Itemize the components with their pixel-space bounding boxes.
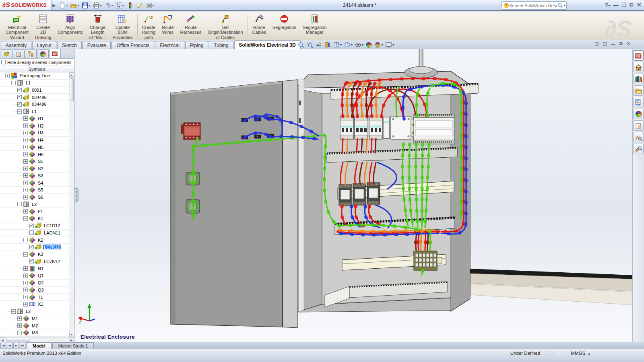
tree-item-0001[interactable]: 0001 (0, 87, 69, 94)
help-button[interactable]: ?▾ (605, 2, 610, 8)
tree-item-t1[interactable]: +T1 (0, 294, 69, 301)
tree-checkbox[interactable] (29, 224, 34, 228)
tab-motion-study[interactable]: Motion Study 1 (52, 342, 94, 349)
tree-item-n1[interactable]: +N1 (0, 265, 69, 272)
door-relay-red[interactable] (181, 123, 200, 140)
tree-item-k2[interactable]: −K2 (0, 237, 69, 244)
tab-sketch[interactable]: Sketch (57, 41, 82, 49)
help-search-box[interactable]: ? ▾ (502, 1, 567, 10)
expand-icon[interactable]: + (23, 181, 28, 185)
collapse-icon[interactable]: − (23, 238, 28, 242)
viewport-cascade-icon[interactable]: ⧉ (619, 41, 623, 46)
expand-icon[interactable]: + (23, 145, 28, 149)
expand-icon[interactable]: + (23, 188, 28, 192)
dropdown-icon[interactable]: ▾ (362, 43, 363, 47)
expand-icon[interactable]: + (23, 274, 28, 278)
view-palette[interactable] (633, 97, 644, 107)
tree-item-s4[interactable]: +S4 (0, 179, 69, 187)
ribbon-button-segregation-manager[interactable]: SegregationManager (299, 12, 330, 40)
last-sheet-icon[interactable]: ▶| (20, 343, 25, 348)
expand-icon[interactable]: + (23, 116, 28, 121)
save-button[interactable]: ▾ (81, 1, 91, 10)
undo-button[interactable]: ▾ (103, 1, 114, 10)
tree-horizontal-scrollbar[interactable]: ◀ ▶ (0, 337, 74, 342)
dropdown-icon[interactable]: ▾ (382, 43, 383, 47)
panel-tab-fmtree[interactable] (1, 49, 12, 58)
dropdown-icon[interactable]: ▾ (77, 4, 79, 7)
expand-icon[interactable]: + (23, 138, 28, 142)
contactors[interactable] (339, 183, 380, 206)
tree-item-h1[interactable]: +H1 (0, 115, 69, 123)
tab-layout[interactable]: Layout (32, 41, 56, 49)
tab-evaluate[interactable]: Evaluate (83, 41, 111, 49)
tree-item-packaging-line[interactable]: +Packaging Line (0, 72, 69, 80)
expand-icon[interactable]: + (23, 173, 28, 178)
scroll-up-icon[interactable]: ▲ (69, 72, 74, 78)
tree-checkbox[interactable] (29, 245, 34, 249)
prev-sheet-icon[interactable]: ◀ (7, 343, 12, 348)
dropdown-icon[interactable]: ▾ (351, 43, 353, 47)
close-button[interactable]: ✕ (636, 1, 642, 8)
viewport-minimize-icon[interactable]: — (611, 41, 615, 46)
ribbon-button-set-origindestination-ofcables[interactable]: SetOrigin/Destinationof Cables (204, 12, 246, 40)
new-document-button[interactable]: ▾ (58, 1, 68, 10)
search-dropdown-icon[interactable]: ▾ (564, 4, 565, 7)
viewsettings-view-button[interactable]: ▾ (385, 41, 394, 49)
select-cursor-button[interactable]: ▾ (115, 1, 125, 10)
tree-item-q2[interactable]: +Q2 (0, 280, 69, 287)
tree-item-m3[interactable]: −M3 (0, 329, 69, 337)
file-explorer[interactable] (633, 85, 644, 96)
hide-inserted-checkbox[interactable] (1, 60, 6, 64)
expand-icon[interactable]: + (23, 167, 28, 171)
expand-icon[interactable]: + (23, 195, 28, 200)
tree-item-034486[interactable]: 034486 (0, 94, 69, 101)
expand-icon[interactable]: + (23, 131, 28, 135)
minimize-button[interactable]: — (613, 2, 618, 8)
search-input[interactable] (509, 3, 557, 8)
plc-unit[interactable] (414, 114, 454, 144)
hscroll-thumb[interactable] (6, 338, 30, 341)
tree-item-l2[interactable]: −L2 (0, 308, 69, 315)
orient-view-button[interactable]: ▾ (332, 41, 342, 49)
expand-icon[interactable]: + (5, 74, 10, 78)
collapse-icon[interactable]: − (17, 109, 22, 114)
circuit-breakers[interactable] (340, 116, 390, 139)
tree-item-l2[interactable]: −L2 (0, 201, 69, 208)
tree-item-lc7k12[interactable]: LC7K12 (0, 258, 69, 265)
tree-item-s3[interactable]: +S3 (0, 173, 69, 180)
dropdown-icon[interactable]: ▾ (123, 4, 124, 7)
pane-split-left-icon[interactable]: ◫ (594, 41, 599, 46)
tree-item-s6[interactable]: +S6 (0, 194, 69, 201)
design-library[interactable] (633, 74, 644, 84)
routing-library[interactable] (633, 132, 644, 142)
dropdown-icon[interactable]: ▾ (340, 43, 342, 47)
tree-checkbox[interactable] (17, 88, 22, 92)
expand-icon[interactable]: + (23, 159, 28, 164)
scroll-thumb[interactable] (70, 78, 74, 101)
expand-icon[interactable]: + (23, 295, 28, 299)
tree-item-ladn11[interactable]: LADN11 (0, 230, 69, 237)
expand-icon[interactable]: + (23, 281, 28, 285)
tree-item-q1[interactable]: +Q1 (0, 272, 69, 280)
panel-splitter-handle[interactable]: ◂◂◂ (74, 188, 78, 202)
print-button[interactable]: ▾ (92, 1, 103, 10)
tab-electrical[interactable]: Electrical (155, 41, 184, 49)
collapse-icon[interactable]: − (11, 309, 16, 314)
ribbon-button-change-length-ofrai[interactable]: ChangeLengthof "Rai... (86, 12, 109, 40)
pane-split-right-icon[interactable]: ◫ (603, 41, 607, 46)
tree-item-h3[interactable]: +H3 (0, 130, 69, 137)
hide-inserted-row[interactable]: Hide already inserted components (0, 59, 74, 66)
ribbon-button-route-cables[interactable]: RouteCables (249, 12, 269, 40)
dropdown-icon[interactable]: ▾ (66, 4, 68, 7)
ribbon-button-update-bom-properties[interactable]: UpdateBOMProperties (109, 12, 136, 40)
document-inspector[interactable] (633, 144, 644, 154)
resources-home[interactable] (633, 62, 644, 72)
tree-checkbox[interactable] (17, 102, 22, 107)
viewport-close-icon[interactable]: ✕ (627, 41, 630, 46)
next-sheet-icon[interactable]: ▶ (13, 343, 19, 348)
tab-tubing[interactable]: Tubing (209, 41, 233, 49)
first-sheet-icon[interactable]: |◀ (0, 343, 6, 348)
expand-icon[interactable]: + (17, 323, 22, 328)
appearance-view-button[interactable] (365, 41, 373, 49)
tree-item-k1[interactable]: −K1 (0, 215, 69, 222)
